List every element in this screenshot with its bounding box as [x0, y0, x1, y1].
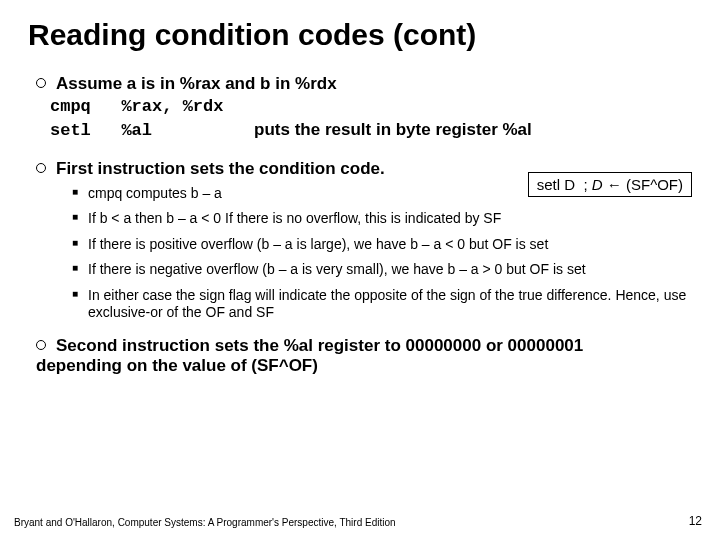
- list-item: If there is negative overflow (b – a is …: [72, 261, 692, 279]
- code-instr-1: cmpq: [50, 97, 91, 116]
- bullet-circle-icon: [36, 78, 46, 88]
- bullet-circle-icon: [36, 163, 46, 173]
- list-item: If b < a then b – a < 0 If there is no o…: [72, 210, 692, 228]
- page-number: 12: [689, 514, 702, 528]
- code-block: cmpq %rax, %rdx setl %al puts the result…: [50, 96, 692, 143]
- sub-bullet-list: cmpq computes b – a If b < a then b – a …: [72, 185, 692, 322]
- code-ops-2: %al: [121, 121, 152, 140]
- list-item: cmpq computes b – a: [72, 185, 692, 203]
- first-text: First instruction sets the condition cod…: [56, 159, 385, 178]
- code-ops-1: %rax, %rdx: [121, 97, 223, 116]
- list-item: In either case the sign flag will indica…: [72, 287, 692, 322]
- bullet-circle-icon: [36, 340, 46, 350]
- code-annotation: puts the result in byte register %al: [254, 120, 532, 139]
- list-item: If there is positive overflow (b – a is …: [72, 236, 692, 254]
- slide-title: Reading condition codes (cont): [28, 18, 692, 52]
- assume-text: Assume a is in %rax and b in %rdx: [56, 74, 337, 93]
- second-text: Second instruction sets the %al register…: [36, 336, 583, 375]
- footer-citation: Bryant and O'Hallaron, Computer Systems:…: [14, 517, 396, 528]
- code-instr-2: setl: [50, 121, 91, 140]
- assume-line: Assume a is in %rax and b in %rdx: [36, 74, 692, 94]
- second-instruction-line: Second instruction sets the %al register…: [36, 336, 656, 376]
